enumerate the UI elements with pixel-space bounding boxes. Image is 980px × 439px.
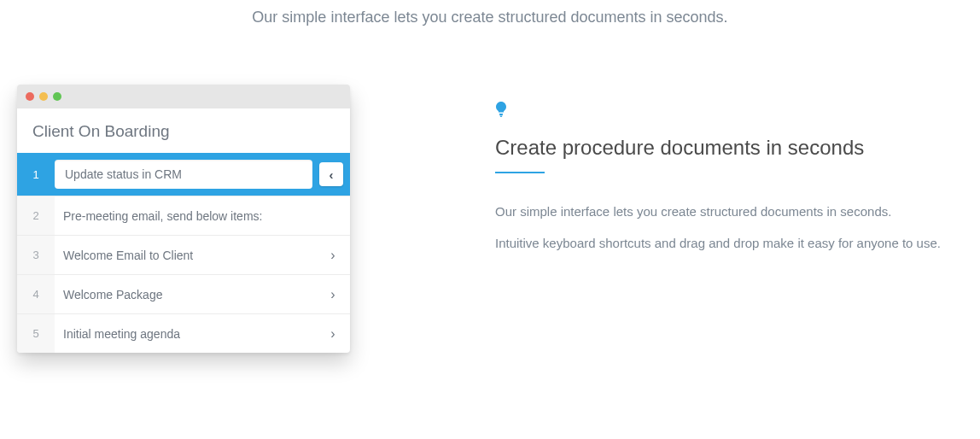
step-number: 5 (17, 314, 55, 353)
step-row[interactable]: 3 Welcome Email to Client › (17, 235, 350, 274)
lightbulb-icon (495, 102, 963, 120)
chevron-left-icon: ‹ (330, 167, 334, 182)
step-title-input[interactable]: Update status in CRM (55, 160, 312, 189)
step-label: Pre-meeting email, send below items: (55, 209, 316, 223)
feature-copy: Create procedure documents in seconds Ou… (495, 85, 963, 266)
chevron-right-icon[interactable]: › (316, 326, 350, 342)
document-title: Client On Boarding (17, 108, 350, 153)
window-close-dot[interactable] (26, 92, 34, 101)
window-minimize-dot[interactable] (39, 92, 48, 101)
step-label: Welcome Package (55, 288, 316, 301)
chevron-right-icon[interactable]: › (316, 248, 350, 263)
step-number: 1 (17, 158, 55, 190)
step-label: Initial meeting agenda (55, 327, 316, 341)
page: Our simple interface lets you create str… (0, 0, 980, 439)
step-row[interactable]: 5 Initial meeting agenda › (17, 313, 350, 353)
feature-paragraph-1: Our simple interface lets you create str… (495, 202, 963, 220)
headline-underline (495, 172, 545, 173)
step-row[interactable]: 2 Pre-meeting email, send below items: › (17, 196, 350, 235)
columns: Client On Boarding 1 Update status in CR… (17, 85, 963, 353)
step-row[interactable]: 4 Welcome Package › (17, 274, 350, 313)
top-tagline: Our simple interface lets you create str… (17, 9, 963, 26)
chevron-right-icon[interactable]: › (316, 287, 350, 302)
window-zoom-dot[interactable] (53, 92, 61, 101)
window-titlebar (17, 85, 350, 108)
feature-headline: Create procedure documents in seconds (495, 136, 963, 160)
step-row-selected[interactable]: 1 Update status in CRM ‹ (17, 153, 350, 196)
collapse-button[interactable]: ‹ (319, 162, 343, 186)
feature-paragraph-2: Intuitive keyboard shortcuts and drag an… (495, 234, 963, 252)
step-number: 3 (17, 236, 55, 274)
step-number: 4 (17, 275, 55, 313)
app-window: Client On Boarding 1 Update status in CR… (17, 85, 350, 353)
step-number: 2 (17, 196, 55, 235)
step-label: Welcome Email to Client (55, 249, 316, 262)
